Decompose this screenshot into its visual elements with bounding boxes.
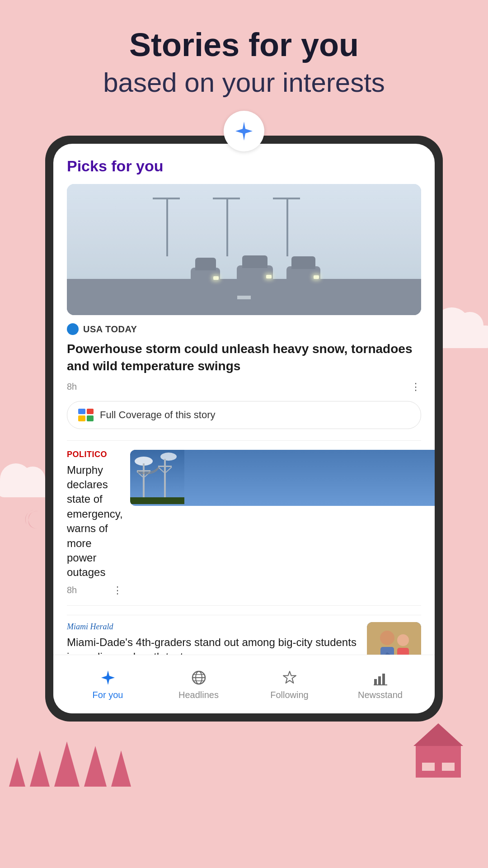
miami-headline: Miami-Dade's 4th-graders stand out among… xyxy=(67,635,360,655)
power-line-illustration xyxy=(130,450,184,504)
fc-cell-blue xyxy=(78,409,85,415)
featured-headline[interactable]: Powerhouse storm could unleash heavy sno… xyxy=(67,340,421,375)
header-subtitle: based on your interests xyxy=(27,66,461,99)
trees-decoration xyxy=(9,741,131,787)
google-icon-wrapper xyxy=(224,111,264,151)
tree-icon xyxy=(111,750,131,787)
divider-2 xyxy=(67,605,421,606)
sparkle-nav-icon xyxy=(99,669,117,686)
svg-rect-28 xyxy=(374,684,387,685)
miami-thumbnail xyxy=(367,622,421,655)
full-coverage-button[interactable]: Full Coverage of this story xyxy=(67,401,421,429)
phone-screen: Picks for you xyxy=(53,144,435,713)
svg-point-3 xyxy=(160,453,177,461)
nav-headlines[interactable]: Headlines xyxy=(172,668,226,700)
svg-point-16 xyxy=(397,634,409,646)
nav-following[interactable]: Following xyxy=(263,668,317,700)
following-label: Following xyxy=(270,690,308,700)
svg-rect-4 xyxy=(143,463,145,500)
following-icon xyxy=(280,668,299,687)
more-options-button[interactable]: ⋮ xyxy=(411,381,421,393)
phone-frame: Picks for you xyxy=(45,136,443,722)
blizzard-scene xyxy=(67,184,421,315)
house-window xyxy=(422,763,435,771)
nav-for-you[interactable]: For you xyxy=(81,668,135,700)
miami-herald-article[interactable]: Miami Herald Miami-Dade's 4th-graders st… xyxy=(67,615,421,655)
miami-illustration xyxy=(367,622,421,655)
fc-cell-yellow xyxy=(78,415,85,421)
for-you-icon xyxy=(99,668,117,687)
svg-rect-17 xyxy=(397,648,409,655)
news-feed[interactable]: Picks for you xyxy=(53,144,435,655)
screen-content: Picks for you xyxy=(53,144,435,713)
article-text-block: POLITICO Murphy declares state of emerge… xyxy=(67,450,123,596)
headlines-icon xyxy=(189,668,208,687)
picks-title: Picks for you xyxy=(67,157,421,175)
moon-icon xyxy=(20,506,45,531)
svg-rect-5 xyxy=(137,470,150,472)
star-nav-icon xyxy=(281,669,298,686)
svg-rect-27 xyxy=(382,674,385,684)
featured-article[interactable]: USA TODAY Powerhouse storm could unleash… xyxy=(67,184,421,429)
for-you-label: For you xyxy=(93,690,123,700)
svg-rect-25 xyxy=(374,679,377,684)
usa-today-logo xyxy=(67,323,79,335)
politico-thumbnail xyxy=(130,450,435,506)
divider xyxy=(67,440,421,441)
svg-rect-26 xyxy=(378,676,381,684)
miami-text-block: Miami Herald Miami-Dade's 4th-graders st… xyxy=(67,622,360,655)
tree-icon xyxy=(30,750,50,787)
svg-rect-12 xyxy=(130,497,184,504)
tree-icon xyxy=(84,746,107,787)
nav-newsstand[interactable]: Newsstand xyxy=(353,668,408,700)
source-name: USA TODAY xyxy=(83,324,137,335)
phone-mockup: Picks for you xyxy=(45,136,443,722)
full-coverage-icon xyxy=(78,409,94,421)
miami-herald-source: Miami Herald xyxy=(67,622,360,632)
newsstand-label: Newsstand xyxy=(358,690,403,700)
svg-rect-8 xyxy=(164,459,166,500)
header-title: Stories for you xyxy=(27,27,461,63)
politico-article[interactable]: POLITICO Murphy declares state of emerge… xyxy=(67,450,421,596)
house-roof xyxy=(413,723,463,746)
svg-point-14 xyxy=(380,631,394,645)
article-time-2: 8h xyxy=(67,585,77,595)
house-decoration xyxy=(416,746,461,778)
globe-nav-icon xyxy=(190,669,207,686)
svg-rect-9 xyxy=(158,466,172,467)
politico-source: POLITICO xyxy=(67,450,123,459)
article-time: 8h xyxy=(67,382,77,392)
header: Stories for you based on your interests xyxy=(0,27,488,99)
tree-icon xyxy=(9,757,25,787)
house-window-2 xyxy=(442,763,455,771)
fc-cell-red xyxy=(87,409,94,415)
full-coverage-label: Full Coverage of this story xyxy=(100,409,216,421)
bottom-navigation: For you Headl xyxy=(53,655,435,713)
fc-cell-green xyxy=(87,415,94,421)
tree-icon xyxy=(54,741,80,787)
article-meta-row: 8h ⋮ xyxy=(67,585,123,596)
more-options-button-2[interactable]: ⋮ xyxy=(113,585,123,596)
newsstand-icon xyxy=(371,668,390,687)
source-row: USA TODAY xyxy=(67,323,421,335)
house-body xyxy=(416,746,461,778)
snow-overlay xyxy=(67,184,421,315)
article-meta: 8h ⋮ xyxy=(67,381,421,393)
sparkle-logo-icon xyxy=(234,121,254,142)
headlines-label: Headlines xyxy=(178,690,219,700)
chart-nav-icon xyxy=(372,669,389,686)
politico-headline: Murphy declares state of emergency, warn… xyxy=(67,463,123,580)
featured-article-image[interactable] xyxy=(67,184,421,315)
